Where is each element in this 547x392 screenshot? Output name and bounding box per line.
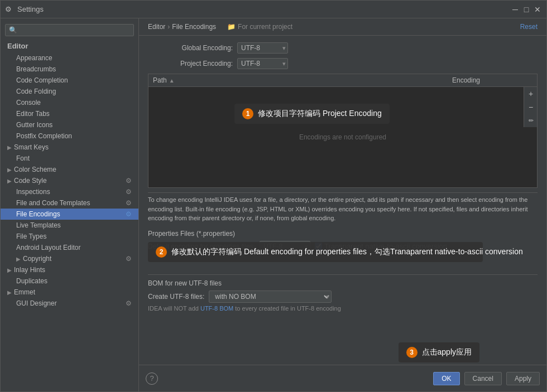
main-content: Editor Appearance Breadcrumbs Code Compl… [1, 18, 546, 391]
default-encoding-row: Default encoding for properties files: U… [148, 241, 538, 252]
close-button[interactable]: ✕ [533, 5, 542, 14]
sidebar-item-file-types[interactable]: File Types [1, 231, 138, 242]
default-encoding-select-wrapper: UTF-8 ISO-8859-1 GBK [260, 241, 310, 252]
create-utf8-label: Create UTF-8 files: [148, 293, 204, 301]
col-path-header: Path ▲ [153, 76, 452, 84]
sidebar-label: Inspections [16, 188, 126, 196]
maximize-button[interactable]: □ [522, 5, 531, 14]
ok-button[interactable]: OK [433, 372, 459, 385]
bom-section: BOM for new UTF-8 files Create UTF-8 fil… [148, 274, 538, 312]
project-encoding-label: Project Encoding: [148, 60, 237, 67]
sidebar-item-font[interactable]: Font [1, 153, 138, 164]
gear-icon: ⚙ [126, 210, 132, 218]
properties-section: Properties Files (*.properties) Default … [148, 230, 538, 252]
chevron-right-icon: ▶ [7, 178, 12, 184]
sidebar-label: File Encodings [16, 210, 126, 218]
path-encoding-table: Path ▲ Encoding Encodings are not config… [148, 74, 538, 188]
sidebar-item-editor-tabs[interactable]: Editor Tabs [1, 108, 138, 119]
sidebar-label: Code Style [14, 177, 123, 185]
sidebar-item-copyright[interactable]: ▶ Copyright ⚙ [1, 253, 138, 264]
sidebar-item-postfix-completion[interactable]: Postfix Completion [1, 130, 138, 142]
chevron-right-icon: ▶ [7, 144, 12, 151]
right-panel: Editor › File Encodings 📁 For current pr… [139, 18, 546, 391]
breadcrumb-parent[interactable]: Editor [148, 23, 165, 31]
properties-section-label: Properties Files (*.properties) [148, 230, 538, 238]
sidebar-item-android-layout-editor[interactable]: Android Layout Editor [1, 242, 138, 253]
create-utf8-row: Create UTF-8 files: with NO BOM with BOM… [148, 291, 538, 303]
sidebar-item-inlay-hints[interactable]: ▶ Inlay Hints [1, 264, 138, 275]
idea-info-text: IDEA will NOT add UTF-8 BOM to every cre… [148, 305, 538, 312]
sidebar-label: GUI Designer [16, 299, 126, 307]
gear-icon: ⚙ [126, 177, 132, 185]
panel-body: Global Encoding: UTF-8 ISO-8859-1 GBK Pr… [139, 36, 546, 365]
cancel-button[interactable]: Cancel [464, 372, 502, 385]
sidebar-item-duplicates[interactable]: Duplicates [1, 275, 138, 287]
search-input[interactable] [5, 24, 134, 36]
for-project-label: 📁 For current project [227, 23, 292, 31]
apply-button[interactable]: Apply [506, 372, 540, 385]
add-row-button[interactable]: + [524, 87, 538, 100]
sidebar-label: Color Scheme [14, 166, 56, 173]
chevron-right-icon: ▶ [7, 267, 12, 273]
sidebar-item-smart-keys[interactable]: ▶ Smart Keys [1, 142, 138, 153]
col-path-label: Path [153, 76, 167, 84]
gear-icon: ⚙ [126, 199, 132, 207]
description-text: To change encoding IntelliJ IDEA uses fo… [148, 192, 538, 225]
project-encoding-row: Project Encoding: UTF-8 ISO-8859-1 GBK [148, 58, 538, 69]
global-encoding-label: Global Encoding: [148, 44, 237, 52]
sidebar-item-console[interactable]: Console [1, 97, 138, 108]
global-encoding-select[interactable]: UTF-8 ISO-8859-1 GBK [237, 42, 288, 54]
sidebar-item-code-folding[interactable]: Code Folding [1, 86, 138, 97]
sort-arrow-icon: ▲ [169, 78, 175, 84]
gear-icon: ⚙ [126, 188, 132, 196]
window-title: Settings [17, 5, 511, 13]
sidebar-label: Smart Keys [14, 143, 49, 151]
sidebar-item-emmet[interactable]: ▶ Emmet [1, 287, 138, 298]
create-utf8-select[interactable]: with NO BOM with BOM with BOM if Windows… [209, 291, 332, 303]
transparent-checkbox-row: Transparent native-to-ascii conversion [315, 242, 447, 250]
reset-button[interactable]: Reset [520, 23, 538, 31]
sidebar: Editor Appearance Breadcrumbs Code Compl… [1, 18, 139, 391]
sidebar-item-code-completion[interactable]: Code Completion [1, 75, 138, 86]
sidebar-item-file-encodings[interactable]: File Encodings ⚙ [1, 209, 138, 220]
sidebar-label: Copyright [23, 255, 123, 263]
title-bar-controls: ─ □ ✕ [511, 5, 542, 14]
settings-window: ⚙ Settings ─ □ ✕ Editor Appearance Bread… [0, 0, 547, 392]
sidebar-item-file-and-code-templates[interactable]: File and Code Templates ⚙ [1, 197, 138, 209]
editor-section-label: Editor [1, 40, 138, 52]
title-bar: ⚙ Settings ─ □ ✕ [1, 1, 546, 18]
sidebar-item-code-style[interactable]: ▶ Code Style ⚙ [1, 175, 138, 186]
project-encoding-select-wrapper: UTF-8 ISO-8859-1 GBK [237, 58, 288, 69]
panel-header: Editor › File Encodings 📁 For current pr… [139, 18, 546, 36]
sidebar-item-gui-designer[interactable]: GUI Designer ⚙ [1, 298, 138, 309]
edit-row-button[interactable]: ✏ [524, 114, 538, 127]
chevron-right-icon: ▶ [16, 256, 21, 262]
bottom-bar-left: ? [146, 372, 158, 385]
help-button[interactable]: ? [146, 372, 158, 385]
table-body-wrapper: Encodings are not configured + − ✏ [148, 87, 537, 187]
chevron-right-icon: ▶ [7, 167, 12, 173]
folder-icon: 📁 [227, 23, 236, 31]
sidebar-item-color-scheme[interactable]: ▶ Color Scheme [1, 164, 138, 175]
breadcrumb-separator: › [167, 23, 170, 31]
app-icon: ⚙ [5, 5, 14, 14]
sidebar-item-appearance[interactable]: Appearance [1, 52, 138, 64]
breadcrumb-current: File Encodings [172, 23, 216, 31]
project-encoding-select[interactable]: UTF-8 ISO-8859-1 GBK [237, 58, 288, 69]
sidebar-item-gutter-icons[interactable]: Gutter Icons [1, 119, 138, 130]
bottom-bar: ? 3 点击apply应用 OK Cancel Apply [139, 365, 546, 391]
project-encoding-area: Project Encoding: UTF-8 ISO-8859-1 GBK 1 [148, 58, 538, 69]
sidebar-label: Inlay Hints [14, 266, 45, 274]
default-encoding-label: Default encoding for properties files: [148, 243, 255, 250]
global-encoding-select-wrapper: UTF-8 ISO-8859-1 GBK [237, 42, 288, 54]
sidebar-item-live-templates[interactable]: Live Templates [1, 220, 138, 231]
remove-row-button[interactable]: − [524, 100, 538, 114]
global-encoding-row: Global Encoding: UTF-8 ISO-8859-1 GBK [148, 42, 538, 54]
minimize-button[interactable]: ─ [511, 5, 520, 14]
default-encoding-select[interactable]: UTF-8 ISO-8859-1 GBK [260, 241, 310, 252]
sidebar-item-breadcrumbs[interactable]: Breadcrumbs [1, 64, 138, 75]
utf8-bom-link[interactable]: UTF-8 BOM [200, 305, 233, 312]
sidebar-item-inspections[interactable]: Inspections ⚙ [1, 186, 138, 197]
transparent-checkbox[interactable] [315, 243, 322, 250]
transparent-label: Transparent native-to-ascii conversion [324, 242, 447, 250]
